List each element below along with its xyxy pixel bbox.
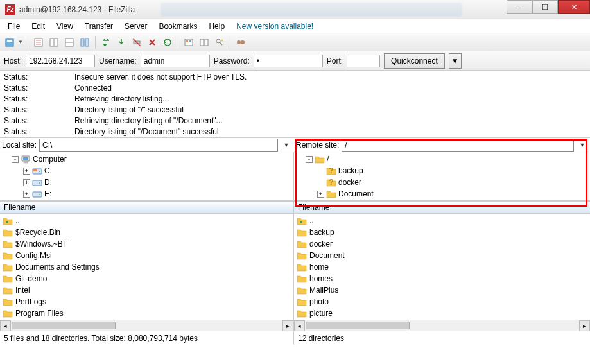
tree-node[interactable]: -/ (297, 153, 587, 165)
host-label: Host: (4, 56, 22, 65)
tree-node[interactable]: +C: (3, 165, 291, 177)
local-tree[interactable]: -Computer+C:+D:+E: (0, 152, 294, 200)
local-file-list[interactable]: ..$Recycle.Bin$Windows.~BTConfig.MsiDocu… (0, 214, 293, 320)
file-name: Document (309, 251, 345, 260)
quickconnect-button[interactable]: Quickconnect (384, 53, 445, 69)
remote-tree[interactable]: -/backupdocker+Document (294, 152, 590, 200)
file-item[interactable]: $Windows.~BT (3, 238, 291, 250)
tree-node[interactable]: -Computer (3, 153, 291, 165)
file-item[interactable]: Program Files (3, 308, 291, 319)
remote-file-list[interactable]: ..backupdockerDocumenthomehomesMailPlusp… (294, 214, 590, 320)
file-item[interactable]: picture (297, 308, 587, 319)
file-name: docker (309, 239, 333, 248)
log-label: Status: (4, 72, 74, 83)
file-item[interactable]: Document (297, 250, 587, 261)
remote-hscroll[interactable]: ◂▸ (294, 320, 590, 331)
toolbar: ▼ (0, 33, 590, 51)
toggle-tree-button[interactable] (47, 35, 61, 49)
quickconnect-bar: Host: Username: Password: Port: Quickcon… (0, 51, 590, 71)
log-message: Connected (74, 83, 586, 94)
cancel-button[interactable] (114, 35, 128, 49)
file-item[interactable]: Intel (3, 284, 291, 296)
quickconnect-dropdown[interactable]: ▼ (449, 53, 462, 69)
file-item[interactable]: Config.Msi (3, 250, 291, 261)
tree-expander[interactable]: + (317, 191, 324, 198)
svg-rect-26 (200, 39, 204, 46)
process-queue-button[interactable] (99, 35, 113, 49)
remote-file-header[interactable]: Filename (294, 201, 590, 214)
local-file-header[interactable]: Filename (0, 201, 293, 214)
refresh-button[interactable] (78, 35, 92, 49)
username-input[interactable] (141, 55, 210, 67)
file-item[interactable]: homes (297, 273, 587, 284)
log-panel[interactable]: Status:Insecure server, it does not supp… (0, 71, 590, 138)
find-button[interactable] (234, 35, 248, 49)
close-button[interactable]: ✕ (558, 0, 590, 14)
tree-expander[interactable]: - (12, 156, 19, 163)
menu-bookmarks[interactable]: Bookmarks (153, 21, 202, 32)
file-item[interactable]: Documents and Settings (3, 261, 291, 273)
folder-up-icon (3, 216, 13, 225)
toggle-log-button[interactable] (31, 35, 46, 49)
svg-point-32 (241, 40, 245, 44)
local-site-input[interactable] (39, 139, 278, 152)
disconnect-button[interactable] (130, 35, 144, 49)
tree-expander[interactable]: + (23, 179, 30, 186)
file-item[interactable]: home (297, 261, 587, 273)
menu-server[interactable]: Server (119, 21, 152, 32)
file-item[interactable]: docker (297, 238, 587, 250)
menu-edit[interactable]: Edit (26, 21, 50, 32)
tree-expander[interactable]: + (23, 168, 30, 175)
file-item[interactable]: PerfLogs (3, 296, 291, 308)
tree-node[interactable]: +D: (3, 177, 291, 188)
local-hscroll[interactable]: ◂▸ (0, 320, 293, 331)
menu-transfer[interactable]: Transfer (80, 21, 118, 32)
tree-node[interactable]: docker (297, 177, 587, 188)
sync-browse-button[interactable] (213, 35, 227, 49)
file-item[interactable]: .. (297, 215, 587, 227)
remote-status: 12 directories (294, 331, 590, 345)
menu-help[interactable]: Help (204, 21, 230, 32)
menu-view[interactable]: View (51, 21, 78, 32)
log-row: Status:Retrieving directory listing of "… (4, 116, 586, 126)
blurred-region (161, 3, 462, 17)
remote-site-input[interactable] (342, 139, 574, 152)
local-site-dropdown[interactable]: ▼ (281, 142, 292, 148)
tree-expander[interactable]: + (23, 191, 30, 198)
remote-site-dropdown[interactable]: ▼ (577, 142, 588, 148)
file-item[interactable]: MailPlus (297, 284, 587, 296)
menu-new-version[interactable]: New version available! (231, 21, 318, 32)
menu-file[interactable]: File (3, 21, 25, 32)
log-label: Status: (4, 83, 74, 94)
file-item[interactable]: $Recycle.Bin (3, 227, 291, 238)
server-button[interactable] (161, 35, 175, 49)
tree-node[interactable]: +Document (297, 188, 587, 200)
tree-node[interactable]: +E: (3, 188, 291, 200)
minimize-button[interactable]: — (507, 0, 532, 14)
files-row: Filename ..$Recycle.Bin$Windows.~BTConfi… (0, 201, 590, 331)
sites-row: Local site: ▼ Remote site: ▼ (0, 138, 590, 152)
maximize-button[interactable]: ☐ (532, 0, 558, 14)
file-name: backup (309, 228, 334, 237)
file-item[interactable]: .. (3, 215, 291, 227)
log-message: Directory listing of "/Document" success… (74, 126, 586, 137)
site-manager-dropdown[interactable]: ▼ (18, 39, 24, 45)
site-manager-button[interactable] (3, 35, 17, 49)
folder-icon (297, 309, 307, 318)
filter-button[interactable] (182, 35, 196, 49)
file-item[interactable]: photo (297, 296, 587, 308)
reconnect-button[interactable] (145, 35, 159, 49)
tree-node[interactable]: backup (297, 165, 587, 177)
tree-expander[interactable]: - (306, 156, 313, 163)
compare-button[interactable] (197, 35, 211, 49)
file-name: $Windows.~BT (15, 239, 67, 248)
password-input[interactable] (254, 55, 323, 67)
log-label: Status: (4, 116, 74, 126)
file-item[interactable]: Git-demo (3, 273, 291, 284)
host-input[interactable] (26, 55, 95, 67)
file-item[interactable]: backup (297, 227, 587, 238)
folder-icon (3, 251, 13, 260)
port-input[interactable] (347, 55, 380, 67)
toggle-queue-button[interactable] (62, 35, 76, 49)
file-name: Git-demo (15, 274, 47, 283)
